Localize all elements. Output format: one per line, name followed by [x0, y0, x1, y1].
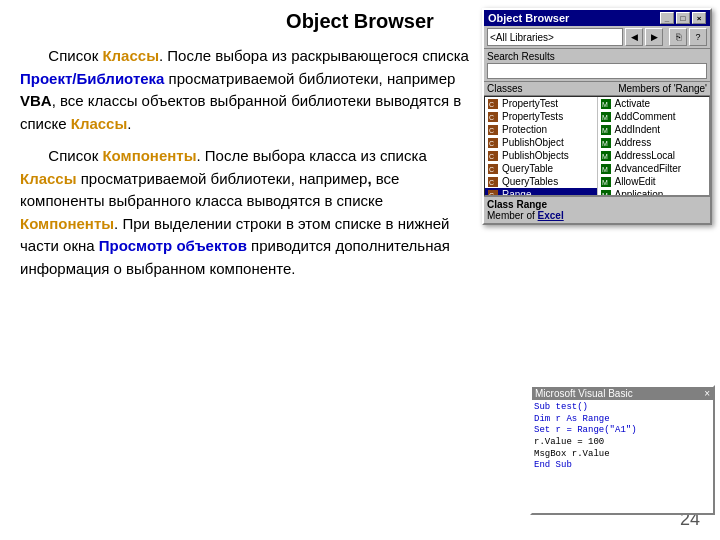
- member-icon: M: [601, 151, 611, 161]
- member-item-label: Address: [615, 137, 652, 148]
- member-list-item[interactable]: MActivate: [598, 97, 710, 110]
- class-list-item[interactable]: CProtection: [485, 123, 597, 136]
- member-list-item[interactable]: MApplication: [598, 188, 710, 195]
- svg-text:C: C: [489, 114, 494, 121]
- ob-search-input[interactable]: [487, 63, 707, 79]
- ob-class-name: Class Range: [487, 199, 547, 210]
- p1-prefix: Список: [40, 47, 102, 64]
- class-list-item[interactable]: CPublishObject: [485, 136, 597, 149]
- ob-classes-header: Classes: [487, 83, 523, 94]
- svg-text:C: C: [489, 101, 494, 108]
- ob-back-button[interactable]: ◀: [625, 28, 643, 46]
- class-item-label: Range: [502, 189, 531, 195]
- ob-members-column: MActivateMAddCommentMAddIndentMAddressMA…: [598, 97, 710, 195]
- member-item-label: AddComment: [615, 111, 676, 122]
- class-list-item[interactable]: CQueryTables: [485, 175, 597, 188]
- svg-text:M: M: [602, 153, 608, 160]
- paragraph-1: Список Классы. После выбора из раскрываю…: [20, 45, 480, 135]
- class-icon: C: [488, 177, 498, 187]
- svg-text:C: C: [489, 153, 494, 160]
- member-item-label: Application: [615, 189, 664, 195]
- class-list-item[interactable]: CPropertyTests: [485, 110, 597, 123]
- body-text: Список Классы. После выбора из раскрываю…: [20, 45, 480, 290]
- p2-highlight2: Классы: [20, 170, 77, 187]
- ob-library-value: <All Libraries>: [490, 32, 554, 43]
- p1-highlight1: Классы: [102, 47, 159, 64]
- class-item-label: PublishObjects: [502, 150, 569, 161]
- member-icon: M: [601, 112, 611, 122]
- ob-library-dropdown[interactable]: <All Libraries>: [487, 28, 623, 46]
- svg-text:M: M: [602, 114, 608, 121]
- svg-text:C: C: [489, 179, 494, 186]
- ob-title-buttons: _ □ ×: [660, 12, 706, 24]
- member-list-item[interactable]: MAddress: [598, 136, 710, 149]
- class-icon: C: [488, 138, 498, 148]
- ob-status-bar: Class Range Member of Excel: [484, 196, 710, 223]
- ob-search-label: Search Results: [487, 51, 707, 62]
- p2-middle2: просматриваемой библиотеки, например: [77, 170, 368, 187]
- class-item-label: PropertyTest: [502, 98, 558, 109]
- ob-title-label: Object Browser: [488, 12, 569, 24]
- p1-highlight2: Проект/Библиотека: [20, 70, 164, 87]
- class-list-item[interactable]: CQueryTable: [485, 162, 597, 175]
- code-close-icon[interactable]: ×: [704, 388, 710, 399]
- ob-close-button[interactable]: ×: [692, 12, 706, 24]
- p1-highlight3: Классы: [71, 115, 128, 132]
- code-line: End Sub: [534, 460, 711, 472]
- member-list-item[interactable]: MAllowEdit: [598, 175, 710, 188]
- class-icon: C: [488, 151, 498, 161]
- member-list-item[interactable]: MAddIndent: [598, 123, 710, 136]
- ob-copy-button[interactable]: ⎘: [669, 28, 687, 46]
- class-icon: C: [488, 125, 498, 135]
- member-list-item[interactable]: MAddressLocal: [598, 149, 710, 162]
- class-item-label: PublishObject: [502, 137, 564, 148]
- svg-text:C: C: [489, 166, 494, 173]
- ob-forward-button[interactable]: ▶: [645, 28, 663, 46]
- ob-help-button[interactable]: ?: [689, 28, 707, 46]
- p1-middle1: . После выбора из раскрывающегося списка: [159, 47, 469, 64]
- class-item-label: Protection: [502, 124, 547, 135]
- member-list-item[interactable]: MAdvancedFilter: [598, 162, 710, 175]
- member-icon: M: [601, 164, 611, 174]
- p2-highlight4: Просмотр объектов: [99, 237, 247, 254]
- member-list-item[interactable]: MAddComment: [598, 110, 710, 123]
- ob-maximize-button[interactable]: □: [676, 12, 690, 24]
- ob-search-bar: Search Results: [484, 49, 710, 82]
- svg-text:M: M: [602, 166, 608, 173]
- svg-text:M: M: [602, 101, 608, 108]
- class-list-item[interactable]: CRange: [485, 188, 597, 195]
- p2-middle1: . После выбора класса из списка: [196, 147, 426, 164]
- ob-panel-header: Classes Members of 'Range': [484, 82, 710, 96]
- ob-member-of-link[interactable]: Excel: [538, 210, 564, 221]
- class-icon: C: [488, 190, 498, 196]
- p1-bold1: VBA: [20, 92, 52, 109]
- code-line: Dim r As Range: [534, 414, 711, 426]
- ob-status-line1: Class Range: [487, 199, 707, 210]
- svg-text:C: C: [489, 192, 494, 196]
- p2-prefix: Список: [40, 147, 102, 164]
- class-item-label: QueryTables: [502, 176, 558, 187]
- ob-members-header: Members of 'Range': [618, 83, 707, 94]
- member-item-label: AddressLocal: [615, 150, 676, 161]
- paragraph-2: Список Компоненты. После выбора класса и…: [20, 145, 480, 280]
- code-titlebar: Microsoft Visual Basic ×: [532, 387, 713, 400]
- svg-text:M: M: [602, 127, 608, 134]
- code-line: Sub test(): [534, 402, 711, 414]
- code-line: MsgBox r.Value: [534, 449, 711, 461]
- object-browser-window: Object Browser _ □ × <All Libraries> ◀ ▶…: [482, 8, 712, 225]
- ob-minimize-button[interactable]: _: [660, 12, 674, 24]
- code-line: r.Value = 100: [534, 437, 711, 449]
- class-list-item[interactable]: CPropertyTest: [485, 97, 597, 110]
- class-list-item[interactable]: CPublishObjects: [485, 149, 597, 162]
- p1-end1: .: [127, 115, 131, 132]
- class-icon: C: [488, 112, 498, 122]
- member-item-label: Activate: [615, 98, 651, 109]
- class-icon: C: [488, 164, 498, 174]
- main-content: Object Browser Список Классы. После выбо…: [0, 0, 720, 540]
- p1-middle2: просматриваемой библиотеки, например: [164, 70, 455, 87]
- p2-highlight1: Компоненты: [102, 147, 196, 164]
- code-title-label: Microsoft Visual Basic: [535, 388, 633, 399]
- code-window: Microsoft Visual Basic × Sub test() Dim …: [530, 385, 715, 515]
- member-item-label: AdvancedFilter: [615, 163, 682, 174]
- member-icon: M: [601, 125, 611, 135]
